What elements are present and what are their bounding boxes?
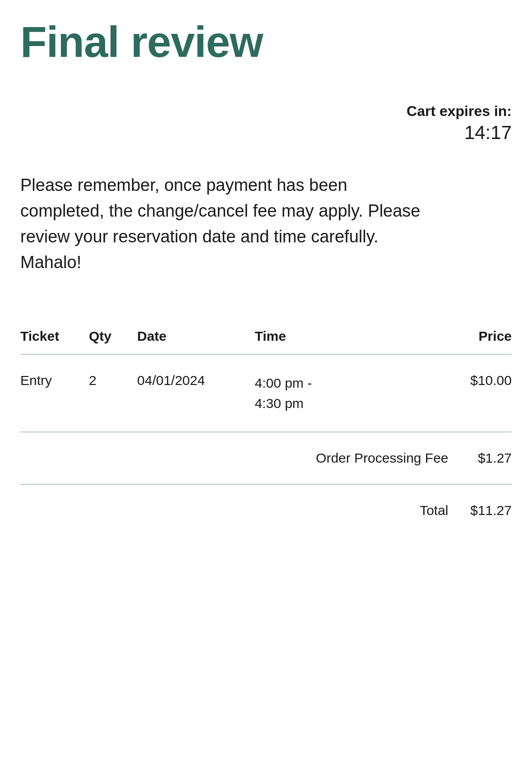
page-title: Final review (20, 18, 512, 66)
fee-row-empty-1 (20, 432, 245, 484)
ticket-date: 04/01/2024 (128, 354, 245, 432)
col-header-time: Time (245, 320, 448, 354)
ticket-time: 4:00 pm - 4:30 pm (245, 354, 448, 432)
table-row: Entry 2 04/01/2024 4:00 pm - 4:30 pm $10… (20, 354, 512, 432)
total-label: Total (245, 484, 448, 527)
total-row-empty (20, 484, 245, 527)
fee-row: Order Processing Fee $1.27 (20, 432, 512, 484)
total-amount: $11.27 (449, 484, 512, 527)
order-table: Ticket Qty Date Time Price Entry 2 04/01… (20, 320, 512, 527)
table-header-row: Ticket Qty Date Time Price (20, 320, 512, 354)
cart-expires-label: Cart expires in: (407, 102, 512, 121)
ticket-qty: 2 (80, 354, 128, 432)
col-header-price: Price (449, 320, 512, 354)
fee-amount: $1.27 (449, 432, 512, 484)
col-header-qty: Qty (80, 320, 128, 354)
ticket-time-start: 4:00 pm - (254, 376, 312, 390)
ticket-price: $10.00 (449, 354, 512, 432)
cart-expires-section: Cart expires in: 14:17 (20, 102, 512, 145)
cart-expires-time: 14:17 (407, 121, 512, 145)
cart-expires-container: Cart expires in: 14:17 (407, 102, 512, 145)
fee-label: Order Processing Fee (245, 432, 448, 484)
col-header-ticket: Ticket (20, 320, 80, 354)
notice-text: Please remember, once payment has been c… (20, 172, 426, 275)
ticket-type: Entry (20, 354, 80, 432)
ticket-time-end: 4:30 pm (254, 396, 303, 411)
col-header-date: Date (128, 320, 245, 354)
total-row: Total $11.27 (20, 484, 512, 527)
